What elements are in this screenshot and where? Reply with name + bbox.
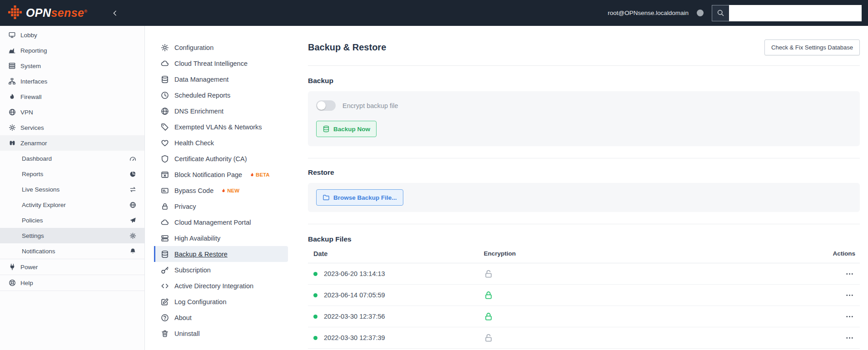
settings-menu-block-notification-page[interactable]: Block Notification Page BETA [154,167,288,182]
backup-section-heading: Backup [308,77,860,85]
globe-icon [161,107,169,115]
flame-icon [221,188,226,193]
table-header-row: Date Encryption Actions [308,244,860,263]
search-input[interactable] [729,5,862,21]
column-header-encryption: Encryption [484,250,814,257]
sidebar-item-vpn[interactable]: VPN [0,104,144,120]
backup-date: 2022-03-30 12:37:56 [324,313,385,320]
settings-menu-subscription[interactable]: Subscription [154,262,288,278]
restore-card: Browse Backup File... [308,183,860,212]
gear-icon [129,232,136,239]
sidebar-item-firewall[interactable]: Firewall [0,89,144,104]
settings-menu-active-directory-integration[interactable]: Active Directory Integration [154,278,288,294]
encrypt-backup-toggle[interactable] [316,100,336,111]
list-icon [8,62,16,69]
heart-icon [161,139,169,147]
sidebar-item-zenarmor[interactable]: Zenarmor [0,135,144,151]
sidebar-item-help[interactable]: Help [0,275,144,291]
settings-menu-exempted-vlans-networks[interactable]: Exempted VLANs & Networks [154,119,288,135]
settings-menu-configuration[interactable]: Configuration [154,39,288,55]
column-header-actions: Actions [814,250,855,257]
opnsense-logo-text: OPNsense® [26,7,87,19]
settings-menu-high-availability[interactable]: High Availability [154,230,288,246]
globe-icon [129,202,136,208]
settings-menu-cloud-threat-intelligence[interactable]: Cloud Threat Intelligence [154,55,288,71]
question-circle-icon [161,314,169,322]
sidebar-item-zenarmor-dashboard[interactable]: Dashboard [0,151,144,166]
settings-menu-backup-restore[interactable]: Backup & Restore [154,246,288,262]
settings-menu-health-check[interactable]: Health Check [154,135,288,151]
lock-closed-icon [484,291,493,300]
row-actions-menu-icon[interactable] [844,332,855,344]
encrypt-backup-toggle-label: Encrypt backup file [342,102,398,109]
beta-badge: BETA [250,172,269,177]
settings-menu-uninstall[interactable]: Uninstall [154,325,288,341]
toggle-knob [317,101,326,110]
browse-backup-file-button[interactable]: Browse Backup File... [316,189,403,206]
section-divider [308,158,860,158]
main-sidebar: Lobby Reporting System Interfaces Firewa… [0,26,145,350]
backup-card: Encrypt backup file Backup Now [308,91,860,146]
status-dot [313,315,317,319]
sidebar-item-power[interactable]: Power [0,259,144,275]
sidebar-item-zenarmor-live-sessions[interactable]: Live Sessions [0,182,144,197]
table-row: 2023-06-20 13:14:13 [308,263,860,285]
sidebar-item-interfaces[interactable]: Interfaces [0,74,144,89]
backup-files-section-heading: Backup Files [308,235,860,243]
cloud-icon [161,218,169,227]
row-actions-menu-icon[interactable] [844,268,855,280]
sidebar-collapse-icon[interactable] [112,10,118,17]
page-title: Backup & Restore [308,42,386,53]
lobby-icon [8,31,16,39]
lock-closed-icon [484,312,493,321]
settings-menu-cloud-management-portal[interactable]: Cloud Management Portal [154,214,288,230]
sidebar-item-reporting[interactable]: Reporting [0,43,144,58]
sidebar-item-zenarmor-settings[interactable]: Settings [0,228,144,243]
status-dot [697,10,704,16]
table-row: 2022-03-30 12:37:56 [308,306,860,327]
settings-menu-data-management[interactable]: Data Management [154,71,288,87]
database-icon [322,125,330,133]
row-actions-menu-icon[interactable] [844,290,855,301]
backup-date: 2023-06-20 13:14:13 [324,270,385,277]
window-block-icon [161,171,169,179]
row-actions-menu-icon[interactable] [844,311,855,322]
sidebar-divider [0,291,144,291]
exchange-arrows-icon [129,186,136,193]
lock-icon [161,202,169,211]
sidebar-item-zenarmor-notifications[interactable]: Notifications [0,243,144,259]
settings-menu-dns-enrichment[interactable]: DNS Enrichment [154,103,288,119]
sidebar-item-zenarmor-activity-explorer[interactable]: Activity Explorer [0,197,144,212]
settings-menu-bypass-code[interactable]: Bypass Code NEW [154,182,288,198]
search-icon[interactable] [712,5,729,21]
table-row: 2023-06-14 07:05:59 [308,285,860,306]
settings-menu-about[interactable]: About [154,310,288,325]
flame-icon [8,93,16,100]
sidebar-item-zenarmor-reports[interactable]: Reports [0,166,144,182]
settings-menu-privacy[interactable]: Privacy [154,198,288,214]
settings-menu-scheduled-reports[interactable]: Scheduled Reports [154,87,288,103]
backup-files-table: Date Encryption Actions 2023-06-20 13:14… [308,244,860,349]
new-badge: NEW [221,188,239,193]
sidebar-item-zenarmor-policies[interactable]: Policies [0,212,144,228]
trash-icon [161,330,169,338]
settings-menu-log-configuration[interactable]: Log Configuration [154,294,288,310]
settings-menu-certificate-authority[interactable]: Certificate Authority (CA) [154,151,288,167]
tag-icon [161,123,169,131]
database-icon [161,75,169,84]
opnsense-logo[interactable]: OPNsense® [8,5,87,21]
database-icon [161,250,169,258]
sidebar-item-system[interactable]: System [0,58,144,74]
topbar: OPNsense® root@OPNsense.localdomain [0,0,868,26]
logged-in-user: root@OPNsense.localdomain [608,10,689,16]
sidebar-item-services[interactable]: Services [0,120,144,135]
backup-date: 2022-03-30 12:37:39 [324,334,385,341]
globe-icon [8,108,16,116]
section-divider [308,224,860,224]
life-ring-icon [8,279,16,286]
sidebar-item-lobby[interactable]: Lobby [0,27,144,43]
backup-now-button[interactable]: Backup Now [316,121,377,137]
check-fix-settings-database-button[interactable]: Check & Fix Settings Database [764,39,860,55]
opnsense-logo-icon [8,5,22,21]
cloud-icon [161,59,169,68]
